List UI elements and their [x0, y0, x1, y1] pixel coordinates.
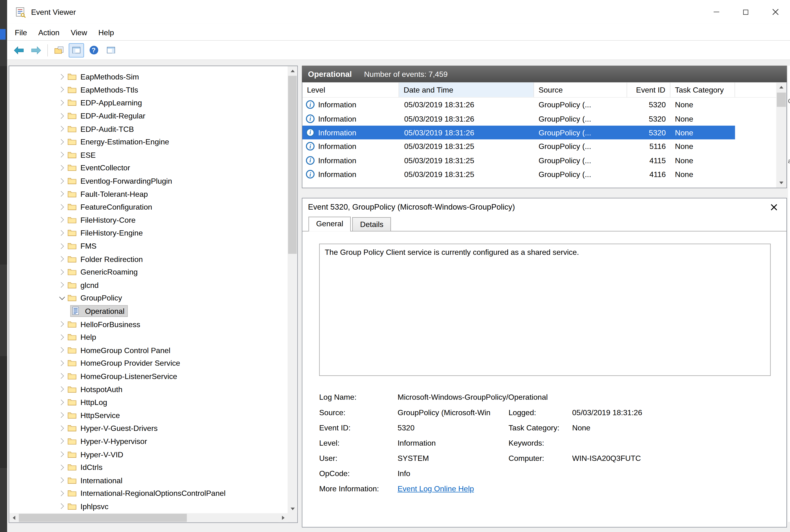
tree-item[interactable]: International-RegionalOptionsControlPane…: [9, 487, 288, 500]
tab-details[interactable]: Details: [352, 217, 391, 231]
chevron-icon[interactable]: [58, 164, 66, 172]
chevron-icon[interactable]: [58, 333, 66, 341]
column-header-source[interactable]: Source: [534, 82, 627, 97]
chevron-icon[interactable]: [58, 203, 66, 211]
menu-file[interactable]: File: [9, 24, 33, 40]
tree-item[interactable]: GenericRoaming: [9, 266, 288, 279]
back-button[interactable]: [11, 43, 26, 57]
chevron-icon[interactable]: [58, 437, 66, 445]
chevron-icon[interactable]: [58, 476, 66, 484]
chevron-icon[interactable]: [58, 385, 66, 393]
tree-item[interactable]: Iphlpsvc: [9, 500, 288, 513]
tree-item[interactable]: HomeGroup-ListenerService: [9, 370, 288, 383]
tree-item[interactable]: EapMethods-Sim: [9, 70, 288, 83]
column-header-level[interactable]: Level: [302, 82, 399, 97]
chevron-icon[interactable]: [58, 125, 66, 133]
event-row[interactable]: Information 05/03/2019 18:31:26 GroupPol…: [302, 98, 735, 112]
chevron-icon[interactable]: [58, 463, 66, 472]
tree-item[interactable]: EDP-Audit-TCB: [9, 122, 288, 135]
chevron-icon[interactable]: [58, 489, 66, 497]
chevron-icon[interactable]: [58, 254, 66, 263]
chevron-icon[interactable]: [58, 215, 66, 224]
details-close-button[interactable]: [767, 200, 780, 214]
tree-item[interactable]: HttpService: [9, 409, 288, 422]
tree-item[interactable]: HelloForBusiness: [9, 318, 288, 331]
tree-item[interactable]: Folder Redirection: [9, 252, 288, 266]
menu-action[interactable]: Action: [33, 24, 65, 40]
tree-item[interactable]: FMS: [9, 239, 288, 252]
help-button[interactable]: ?: [86, 43, 101, 57]
tree-item[interactable]: GroupPolicy: [9, 291, 288, 305]
event-row[interactable]: Information 05/03/2019 18:31:25 GroupPol…: [302, 153, 735, 168]
tree-item[interactable]: Help: [9, 330, 288, 344]
tree-item[interactable]: FileHistory-Engine: [9, 227, 288, 240]
chevron-icon[interactable]: [58, 229, 66, 237]
column-header-event-id[interactable]: Event ID: [627, 82, 670, 97]
forward-button[interactable]: [29, 43, 44, 57]
scroll-down-button[interactable]: [288, 504, 297, 513]
chevron-icon[interactable]: [58, 86, 66, 94]
scroll-right-button[interactable]: [278, 513, 288, 522]
minimize-button[interactable]: [701, 0, 731, 24]
tab-general[interactable]: General: [309, 217, 351, 231]
events-vertical-scrollbar[interactable]: [776, 82, 786, 188]
event-row[interactable]: Information 05/03/2019 18:31:26 GroupPol…: [302, 112, 735, 126]
chevron-icon[interactable]: [58, 502, 66, 511]
tree-item[interactable]: EapMethods-Ttls: [9, 83, 288, 96]
tree-item[interactable]: HttpLog: [9, 396, 288, 409]
tree-item[interactable]: Eventlog-ForwardingPlugin: [9, 174, 288, 188]
tree-item[interactable]: ESE: [9, 148, 288, 161]
chevron-icon[interactable]: [58, 424, 66, 433]
scroll-left-button[interactable]: [9, 513, 18, 522]
tree-item[interactable]: HotspotAuth: [9, 383, 288, 396]
column-header-date-and-time[interactable]: Date and Time: [399, 82, 534, 97]
chevron-icon[interactable]: [58, 176, 66, 185]
chevron-icon[interactable]: [58, 190, 66, 198]
chevron-icon[interactable]: [58, 293, 66, 302]
tree-item[interactable]: Fault-Tolerant-Heap: [9, 187, 288, 200]
tree-item[interactable]: HomeGroup Provider Service: [9, 357, 288, 370]
chevron-icon[interactable]: [58, 281, 66, 289]
event-log-online-help-link[interactable]: Event Log Online Help: [398, 484, 474, 493]
tree-item[interactable]: FeatureConfiguration: [9, 200, 288, 213]
tree-item[interactable]: FileHistory-Core: [9, 213, 288, 227]
show-console-tree-button[interactable]: [69, 43, 84, 57]
chevron-icon[interactable]: [58, 320, 66, 328]
column-header-task-category[interactable]: Task Category: [670, 82, 735, 97]
tree-horizontal-scrollbar[interactable]: [9, 513, 288, 522]
show-action-pane-button[interactable]: [103, 43, 118, 57]
event-row[interactable]: Information 05/03/2019 18:31:25 GroupPol…: [302, 139, 735, 153]
scrollbar-thumb[interactable]: [19, 514, 187, 522]
event-row[interactable]: Information 05/03/2019 18:31:25 GroupPol…: [302, 167, 735, 181]
chevron-icon[interactable]: [58, 242, 66, 250]
tree-item[interactable]: Operational: [9, 305, 288, 318]
chevron-icon[interactable]: [58, 268, 66, 276]
chevron-icon[interactable]: [58, 111, 66, 120]
chevron-icon[interactable]: [58, 98, 66, 107]
chevron-icon[interactable]: [58, 151, 66, 159]
scrollbar-thumb[interactable]: [288, 76, 297, 254]
tree-item[interactable]: EDP-Audit-Regular: [9, 109, 288, 122]
menu-view[interactable]: View: [65, 24, 93, 40]
chevron-icon[interactable]: [58, 72, 66, 81]
scroll-up-button[interactable]: [776, 82, 786, 92]
scroll-up-button[interactable]: [288, 66, 297, 75]
tree-vertical-scrollbar[interactable]: [288, 66, 297, 513]
chevron-icon[interactable]: [58, 346, 66, 354]
tree-item[interactable]: Hyper-V-Guest-Drivers: [9, 422, 288, 435]
chevron-icon[interactable]: [58, 372, 66, 380]
maximize-button[interactable]: [731, 0, 760, 24]
chevron-icon[interactable]: [58, 411, 66, 419]
tree-item[interactable]: Hyper-V-Hypervisor: [9, 435, 288, 448]
event-row[interactable]: Information 05/03/2019 18:31:26 GroupPol…: [302, 126, 735, 140]
scroll-down-button[interactable]: [776, 178, 786, 188]
tree-item[interactable]: EventCollector: [9, 161, 288, 174]
chevron-icon[interactable]: [58, 450, 66, 458]
tree-item[interactable]: Energy-Estimation-Engine: [9, 135, 288, 149]
tree-item[interactable]: HomeGroup Control Panel: [9, 344, 288, 357]
chevron-icon[interactable]: [58, 398, 66, 406]
tree-item[interactable]: Hyper-V-VID: [9, 448, 288, 461]
chevron-icon[interactable]: [58, 137, 66, 146]
tree-item[interactable]: IdCtrls: [9, 461, 288, 474]
tree-item[interactable]: glcnd: [9, 279, 288, 292]
